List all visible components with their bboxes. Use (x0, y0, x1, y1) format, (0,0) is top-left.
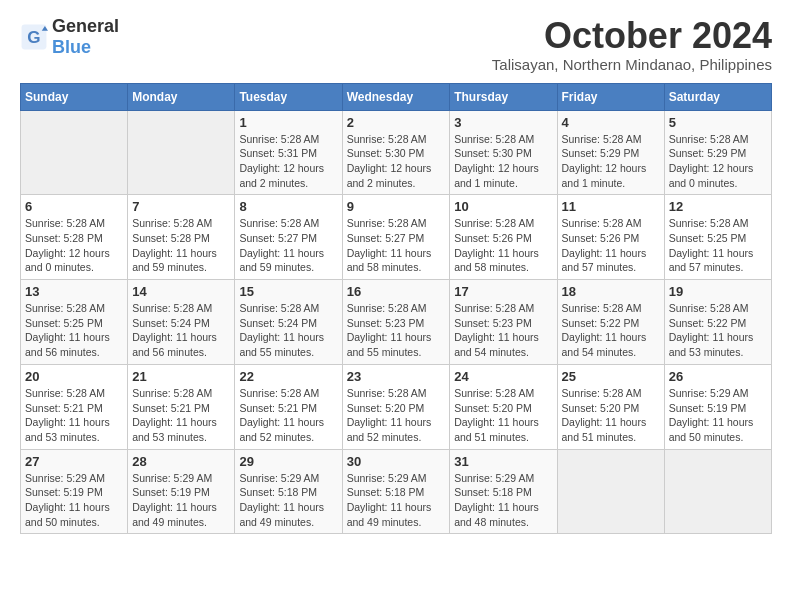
day-number: 11 (562, 199, 660, 214)
calendar-cell (664, 449, 771, 534)
day-info: Sunrise: 5:28 AM Sunset: 5:20 PM Dayligh… (347, 386, 446, 445)
day-number: 22 (239, 369, 337, 384)
calendar-cell: 24Sunrise: 5:28 AM Sunset: 5:20 PM Dayli… (450, 364, 557, 449)
day-number: 10 (454, 199, 552, 214)
day-number: 21 (132, 369, 230, 384)
calendar-cell: 27Sunrise: 5:29 AM Sunset: 5:19 PM Dayli… (21, 449, 128, 534)
day-number: 4 (562, 115, 660, 130)
calendar-cell: 25Sunrise: 5:28 AM Sunset: 5:20 PM Dayli… (557, 364, 664, 449)
day-info: Sunrise: 5:28 AM Sunset: 5:22 PM Dayligh… (562, 301, 660, 360)
day-info: Sunrise: 5:28 AM Sunset: 5:22 PM Dayligh… (669, 301, 767, 360)
header-monday: Monday (128, 83, 235, 110)
calendar-cell: 26Sunrise: 5:29 AM Sunset: 5:19 PM Dayli… (664, 364, 771, 449)
day-number: 3 (454, 115, 552, 130)
calendar-cell: 11Sunrise: 5:28 AM Sunset: 5:26 PM Dayli… (557, 195, 664, 280)
day-number: 18 (562, 284, 660, 299)
day-number: 30 (347, 454, 446, 469)
day-number: 24 (454, 369, 552, 384)
day-info: Sunrise: 5:28 AM Sunset: 5:29 PM Dayligh… (562, 132, 660, 191)
day-info: Sunrise: 5:28 AM Sunset: 5:21 PM Dayligh… (25, 386, 123, 445)
calendar-cell: 15Sunrise: 5:28 AM Sunset: 5:24 PM Dayli… (235, 280, 342, 365)
logo-general: General (52, 16, 119, 36)
day-info: Sunrise: 5:28 AM Sunset: 5:31 PM Dayligh… (239, 132, 337, 191)
day-info: Sunrise: 5:28 AM Sunset: 5:27 PM Dayligh… (239, 216, 337, 275)
day-number: 20 (25, 369, 123, 384)
logo-icon: G (20, 23, 48, 51)
day-info: Sunrise: 5:28 AM Sunset: 5:30 PM Dayligh… (454, 132, 552, 191)
day-info: Sunrise: 5:28 AM Sunset: 5:20 PM Dayligh… (562, 386, 660, 445)
day-info: Sunrise: 5:29 AM Sunset: 5:18 PM Dayligh… (239, 471, 337, 530)
calendar-cell: 29Sunrise: 5:29 AM Sunset: 5:18 PM Dayli… (235, 449, 342, 534)
title-area: October 2024 Talisayan, Northern Mindana… (492, 16, 772, 73)
day-info: Sunrise: 5:28 AM Sunset: 5:25 PM Dayligh… (669, 216, 767, 275)
calendar-cell: 1Sunrise: 5:28 AM Sunset: 5:31 PM Daylig… (235, 110, 342, 195)
day-info: Sunrise: 5:28 AM Sunset: 5:21 PM Dayligh… (132, 386, 230, 445)
calendar-header-row: SundayMondayTuesdayWednesdayThursdayFrid… (21, 83, 772, 110)
svg-text:G: G (27, 28, 40, 47)
week-row-2: 13Sunrise: 5:28 AM Sunset: 5:25 PM Dayli… (21, 280, 772, 365)
calendar-cell: 9Sunrise: 5:28 AM Sunset: 5:27 PM Daylig… (342, 195, 450, 280)
day-number: 12 (669, 199, 767, 214)
header-wednesday: Wednesday (342, 83, 450, 110)
day-info: Sunrise: 5:28 AM Sunset: 5:21 PM Dayligh… (239, 386, 337, 445)
day-info: Sunrise: 5:28 AM Sunset: 5:24 PM Dayligh… (239, 301, 337, 360)
calendar-cell: 8Sunrise: 5:28 AM Sunset: 5:27 PM Daylig… (235, 195, 342, 280)
day-info: Sunrise: 5:28 AM Sunset: 5:26 PM Dayligh… (562, 216, 660, 275)
calendar-cell: 18Sunrise: 5:28 AM Sunset: 5:22 PM Dayli… (557, 280, 664, 365)
calendar-cell: 30Sunrise: 5:29 AM Sunset: 5:18 PM Dayli… (342, 449, 450, 534)
week-row-1: 6Sunrise: 5:28 AM Sunset: 5:28 PM Daylig… (21, 195, 772, 280)
day-number: 23 (347, 369, 446, 384)
calendar-cell: 13Sunrise: 5:28 AM Sunset: 5:25 PM Dayli… (21, 280, 128, 365)
day-number: 13 (25, 284, 123, 299)
day-info: Sunrise: 5:29 AM Sunset: 5:18 PM Dayligh… (454, 471, 552, 530)
week-row-0: 1Sunrise: 5:28 AM Sunset: 5:31 PM Daylig… (21, 110, 772, 195)
day-number: 16 (347, 284, 446, 299)
calendar-cell: 14Sunrise: 5:28 AM Sunset: 5:24 PM Dayli… (128, 280, 235, 365)
calendar-cell: 4Sunrise: 5:28 AM Sunset: 5:29 PM Daylig… (557, 110, 664, 195)
calendar-cell (557, 449, 664, 534)
day-info: Sunrise: 5:29 AM Sunset: 5:19 PM Dayligh… (132, 471, 230, 530)
calendar-cell: 28Sunrise: 5:29 AM Sunset: 5:19 PM Dayli… (128, 449, 235, 534)
month-title: October 2024 (492, 16, 772, 56)
day-info: Sunrise: 5:28 AM Sunset: 5:27 PM Dayligh… (347, 216, 446, 275)
day-number: 8 (239, 199, 337, 214)
calendar-cell: 31Sunrise: 5:29 AM Sunset: 5:18 PM Dayli… (450, 449, 557, 534)
logo-blue: Blue (52, 37, 91, 57)
header-thursday: Thursday (450, 83, 557, 110)
day-number: 9 (347, 199, 446, 214)
day-number: 14 (132, 284, 230, 299)
calendar-cell (21, 110, 128, 195)
day-number: 15 (239, 284, 337, 299)
calendar-body: 1Sunrise: 5:28 AM Sunset: 5:31 PM Daylig… (21, 110, 772, 534)
day-number: 7 (132, 199, 230, 214)
calendar-cell: 10Sunrise: 5:28 AM Sunset: 5:26 PM Dayli… (450, 195, 557, 280)
calendar-cell: 2Sunrise: 5:28 AM Sunset: 5:30 PM Daylig… (342, 110, 450, 195)
week-row-3: 20Sunrise: 5:28 AM Sunset: 5:21 PM Dayli… (21, 364, 772, 449)
day-info: Sunrise: 5:29 AM Sunset: 5:19 PM Dayligh… (25, 471, 123, 530)
day-number: 17 (454, 284, 552, 299)
day-info: Sunrise: 5:28 AM Sunset: 5:20 PM Dayligh… (454, 386, 552, 445)
day-info: Sunrise: 5:28 AM Sunset: 5:23 PM Dayligh… (347, 301, 446, 360)
day-info: Sunrise: 5:28 AM Sunset: 5:24 PM Dayligh… (132, 301, 230, 360)
calendar-cell: 17Sunrise: 5:28 AM Sunset: 5:23 PM Dayli… (450, 280, 557, 365)
day-number: 6 (25, 199, 123, 214)
calendar-table: SundayMondayTuesdayWednesdayThursdayFrid… (20, 83, 772, 535)
logo: G General Blue (20, 16, 119, 58)
day-info: Sunrise: 5:29 AM Sunset: 5:19 PM Dayligh… (669, 386, 767, 445)
day-number: 1 (239, 115, 337, 130)
header-sunday: Sunday (21, 83, 128, 110)
day-number: 5 (669, 115, 767, 130)
day-number: 26 (669, 369, 767, 384)
header-friday: Friday (557, 83, 664, 110)
day-number: 28 (132, 454, 230, 469)
day-number: 27 (25, 454, 123, 469)
day-info: Sunrise: 5:28 AM Sunset: 5:23 PM Dayligh… (454, 301, 552, 360)
day-info: Sunrise: 5:28 AM Sunset: 5:30 PM Dayligh… (347, 132, 446, 191)
calendar-cell (128, 110, 235, 195)
day-number: 31 (454, 454, 552, 469)
calendar-cell: 22Sunrise: 5:28 AM Sunset: 5:21 PM Dayli… (235, 364, 342, 449)
header-saturday: Saturday (664, 83, 771, 110)
day-info: Sunrise: 5:28 AM Sunset: 5:28 PM Dayligh… (132, 216, 230, 275)
day-number: 25 (562, 369, 660, 384)
calendar-cell: 23Sunrise: 5:28 AM Sunset: 5:20 PM Dayli… (342, 364, 450, 449)
